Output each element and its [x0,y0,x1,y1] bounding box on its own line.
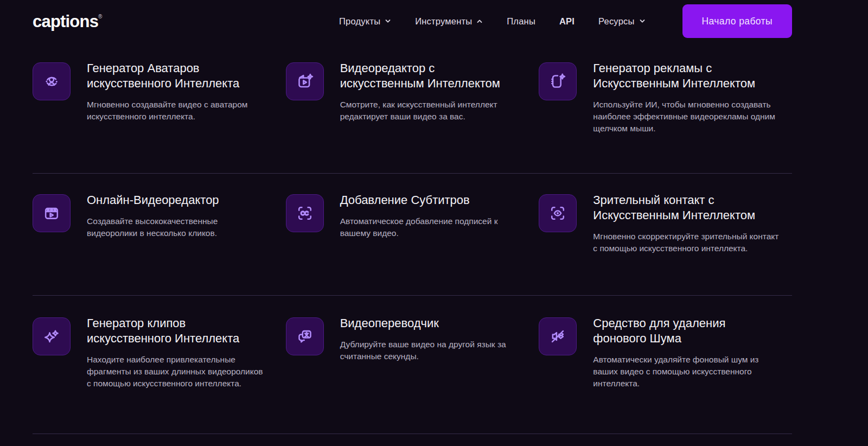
ai-eye-contact-icon [548,203,567,223]
card-text: Генератор рекламы с Искусственным Интелл… [593,62,783,135]
get-started-button[interactable]: Начало работы [682,4,792,38]
card-title: Средство для удаления фонового Шума [593,316,783,346]
card-text: Видеопереводчик Дублируйте ваше видео на… [340,317,520,362]
registered-trademark: ® [98,14,102,20]
tools-grid-row-3: Генератор клипов искусственного Интеллек… [33,296,792,434]
captions-cc-icon [295,203,315,223]
icon-tile [286,62,324,100]
card-description: Находите наиболее привлекательные фрагме… [87,354,267,390]
card-text: Онлайн-Видеоредактор Создавайте высокока… [87,194,267,239]
nav-item-resources[interactable]: Ресурсы [598,16,645,27]
nav-item-plans[interactable]: Планы [507,16,535,27]
card-title: Видеоредактор с искусственным Интеллекто… [340,61,520,91]
card-title: Генератор рекламы с Искусственным Интелл… [593,61,783,91]
card-description: Мгновенно скорректируйте зрительный конт… [593,231,783,254]
tool-card-background-noise-remover[interactable]: Средство для удаления фонового Шума Авто… [539,317,792,434]
card-title: Добавление Субтитров [340,193,520,208]
icon-tile [286,317,324,355]
icon-tile [33,194,71,232]
captions-logo[interactable]: captions® [33,13,102,30]
card-description: Автоматически удаляйте фоновый шум из ва… [593,354,783,390]
card-description: Создавайте высококачественные видеоролик… [87,215,267,239]
ai-ads-generator-icon [548,72,567,91]
ai-clip-generator-icon [42,327,61,346]
nav-label-resources: Ресурсы [598,16,634,27]
main-nav: Продукты Инструменты Планы API Ресурсы [339,16,645,27]
tool-card-ai-ads-generator[interactable]: Генератор рекламы с Искусственным Интелл… [539,62,792,173]
video-translator-icon [295,327,315,346]
tool-card-video-translator[interactable]: Видеопереводчик Дублируйте ваше видео на… [286,317,539,434]
icon-tile [33,62,71,100]
nav-label-tools: Инструменты [415,16,472,27]
nav-item-tools[interactable]: Инструменты [415,16,483,27]
background-noise-remover-icon [548,327,567,346]
ai-avatar-generator-icon [42,72,61,91]
chevron-down-icon [385,18,391,24]
card-text: Генератор Аватаров искусственного Интелл… [87,62,267,123]
chevron-up-icon [476,18,483,24]
top-navigation-bar: captions® Продукты Инструменты Планы API… [33,0,792,42]
card-text: Средство для удаления фонового Шума Авто… [593,317,783,390]
tools-grid-row-1: Генератор Аватаров искусственного Интелл… [33,42,792,174]
nav-item-products[interactable]: Продукты [339,16,391,27]
nav-label-products: Продукты [339,16,380,27]
tools-grid-row-2: Онлайн-Видеоредактор Создавайте высокока… [33,174,792,296]
tool-card-ai-eye-contact[interactable]: Зрительный контакт с Искусственным Интел… [539,194,792,295]
card-title: Онлайн-Видеоредактор [87,193,267,208]
logo-text: captions [33,12,98,31]
tool-card-online-video-editor[interactable]: Онлайн-Видеоредактор Создавайте высокока… [33,194,286,295]
card-text: Видеоредактор с искусственным Интеллекто… [340,62,520,123]
nav-label-plans: Планы [507,16,535,27]
card-text: Добавление Субтитров Автоматическое доба… [340,194,520,239]
card-description: Используйте ИИ, чтобы мгновенно создават… [593,99,783,135]
card-description: Смотрите, как искусственный интеллект ре… [340,99,520,123]
tool-card-ai-video-editor[interactable]: Видеоредактор с искусственным Интеллекто… [286,62,539,173]
card-description: Дублируйте ваше видео на другой язык за … [340,339,520,362]
online-video-editor-icon [42,203,61,223]
card-title: Зрительный контакт с Искусственным Интел… [593,193,783,223]
ai-video-editor-icon [295,72,315,91]
card-title: Генератор клипов искусственного Интеллек… [87,316,267,346]
icon-tile [539,317,577,355]
card-text: Генератор клипов искусственного Интеллек… [87,317,267,390]
card-title: Генератор Аватаров искусственного Интелл… [87,61,267,91]
icon-tile [539,194,577,232]
tool-card-ai-avatar-generator[interactable]: Генератор Аватаров искусственного Интелл… [33,62,286,173]
icon-tile [286,194,324,232]
icon-tile [539,62,577,100]
icon-tile [33,317,71,355]
card-title: Видеопереводчик [340,316,520,331]
tool-card-ai-clip-generator[interactable]: Генератор клипов искусственного Интеллек… [33,317,286,434]
tool-card-add-captions[interactable]: Добавление Субтитров Автоматическое доба… [286,194,539,295]
chevron-down-icon [639,18,646,24]
card-description: Автоматическое добавление подписей к ваш… [340,215,520,239]
tools-grid: Генератор Аватаров искусственного Интелл… [33,42,792,434]
nav-label-api: API [559,16,575,27]
card-text: Зрительный контакт с Искусственным Интел… [593,194,783,254]
page-container: captions® Продукты Инструменты Планы API… [33,0,792,434]
nav-item-api[interactable]: API [559,16,575,27]
card-description: Мгновенно создавайте видео с аватаром ис… [87,99,267,123]
